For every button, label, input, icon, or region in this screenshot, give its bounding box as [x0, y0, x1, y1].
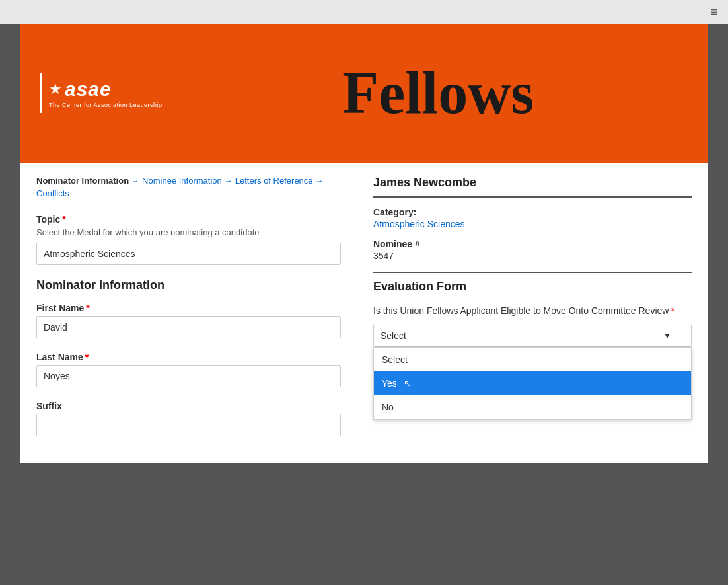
asae-text: asae	[65, 78, 112, 100]
breadcrumb-arrow-1: →	[131, 176, 139, 186]
breadcrumb-item-nominee[interactable]: Nominee Information	[142, 176, 222, 186]
last-name-group: Last Name*	[36, 352, 341, 387]
right-panel: James Newcombe Category: Atmospheric Sci…	[357, 163, 708, 463]
suffix-label: Suffix	[36, 401, 341, 411]
suffix-input[interactable]	[36, 414, 341, 436]
top-bar: ≡	[0, 0, 728, 24]
logo-border	[40, 73, 42, 113]
topic-input[interactable]	[36, 243, 341, 265]
evaluation-title: Evaluation Form	[373, 280, 692, 293]
candidate-name: James Newcombe	[373, 176, 692, 198]
topic-description: Select the Medal for which you are nomin…	[36, 227, 341, 237]
category-value: Atmospheric Sciences	[373, 219, 692, 229]
breadcrumb-item-conflicts[interactable]: Conflicts	[36, 188, 69, 198]
breadcrumb-item-nominator[interactable]: Nominator Information	[36, 176, 129, 186]
banner-logo: ★ asae The Center for Association Leader…	[40, 73, 163, 113]
hamburger-menu-icon[interactable]: ≡	[710, 5, 717, 19]
suffix-group: Suffix	[36, 401, 341, 436]
first-name-input[interactable]	[36, 316, 341, 338]
eligibility-select-display[interactable]: Select ▼	[373, 325, 692, 347]
cursor-icon: ↖	[404, 378, 412, 389]
breadcrumb-item-letters[interactable]: Letters of Reference	[235, 176, 313, 186]
asae-tagline: The Center for Association Leadership	[49, 102, 163, 108]
asae-top: ★ asae	[49, 78, 163, 100]
left-panel: Nominator Information → Nominee Informat…	[20, 163, 357, 463]
nominee-value: 3547	[373, 251, 692, 261]
main-wrapper: ★ asae The Center for Association Leader…	[20, 24, 708, 463]
breadcrumb-arrow-3: →	[316, 176, 324, 186]
dropdown-option-no[interactable]: No	[374, 395, 691, 419]
last-name-input[interactable]	[36, 365, 341, 387]
evaluation-question: Is this Union Fellows Applicant Eligible…	[373, 304, 692, 318]
star-icon: ★	[49, 81, 62, 98]
dropdown-option-yes[interactable]: Yes ↖	[374, 371, 691, 395]
select-value-text: Select	[381, 331, 406, 341]
banner: ★ asae The Center for Association Leader…	[20, 24, 708, 163]
first-name-label: First Name*	[36, 303, 341, 313]
asae-logo: ★ asae The Center for Association Leader…	[40, 73, 163, 113]
content-area: Nominator Information → Nominee Informat…	[20, 163, 708, 463]
category-label: Category:	[373, 207, 692, 217]
eligibility-dropdown-list: Select Yes ↖ No	[373, 347, 692, 420]
banner-title: Fellows	[189, 63, 688, 123]
last-name-label: Last Name*	[36, 352, 341, 362]
select-arrow-icon: ▼	[663, 331, 671, 340]
nominator-section-title: Nominator Information	[36, 278, 341, 292]
eligibility-select-wrapper[interactable]: Select ▼ Select Yes ↖ No	[373, 325, 692, 347]
first-name-group: First Name*	[36, 303, 341, 338]
breadcrumb-arrow-2: →	[225, 176, 233, 186]
dropdown-option-select[interactable]: Select	[374, 348, 691, 371]
topic-label: Topic*	[36, 214, 341, 225]
breadcrumb: Nominator Information → Nominee Informat…	[36, 176, 341, 198]
nominee-label: Nominee #	[373, 239, 692, 249]
evaluation-section: Evaluation Form Is this Union Fellows Ap…	[373, 272, 692, 347]
topic-group: Topic* Select the Medal for which you ar…	[36, 214, 341, 265]
nominator-section: Nominator Information First Name* Last N…	[36, 278, 341, 436]
